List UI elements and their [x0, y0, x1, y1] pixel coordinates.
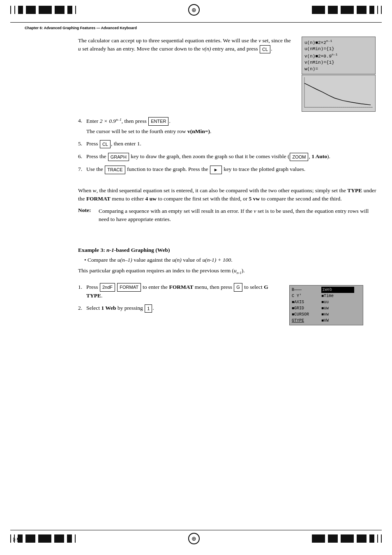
format-left-5: ■CURSOR: [292, 311, 321, 318]
numbered-steps: 4. Enter 2 × 0.9n–1, then press ENTER. T…: [78, 117, 380, 178]
bar-gap: [375, 6, 376, 14]
format-left-6: GTYPE: [292, 318, 321, 324]
format-screen-container: B——— 1Web C Y' ■Time ■AXIS ■uu ■GRID ■uw…: [289, 285, 363, 325]
bar-gap: [367, 534, 369, 543]
bar-block: [312, 534, 325, 543]
bar-gap: [36, 534, 37, 543]
bar-block: [357, 6, 367, 14]
bar-block: [14, 6, 15, 14]
bar-block: [357, 534, 367, 543]
example3-step-2-content: Select 1 Web by pressing 1.: [86, 304, 281, 313]
bar-block: [341, 534, 354, 543]
bar-gap: [339, 6, 340, 14]
format-key[interactable]: FORMAT: [117, 283, 141, 292]
screen-row-2: u(nMin)={1}: [304, 46, 373, 52]
screen-row-4: v(nMin)={1}: [304, 60, 373, 66]
compass-icon: ⊕: [188, 4, 200, 16]
bar-block: [39, 6, 52, 14]
example3-heading-text: Example 3: n-1-based Graphing (Web): [78, 247, 170, 253]
bar-gap: [73, 6, 74, 14]
center-compass: ⊕: [76, 4, 312, 16]
bar-block: [312, 6, 325, 14]
format-display: B——— 1Web C Y' ■Time ■AXIS ■uu ■GRID ■uw…: [289, 285, 363, 325]
bar-block: [381, 534, 382, 543]
key-1[interactable]: 1: [145, 304, 152, 313]
trace-key[interactable]: TRACE: [105, 166, 125, 174]
bar-block: [341, 6, 354, 14]
step-5: 5. Press CL, then enter 1.: [78, 140, 380, 148]
right-arrow-key[interactable]: ►: [210, 166, 222, 174]
bar-gap: [367, 6, 369, 14]
bar-gap: [379, 6, 380, 14]
note-section: Note: Comparing a sequence with an empty…: [78, 207, 380, 224]
g-key[interactable]: G: [234, 283, 242, 292]
bar-gap: [37, 6, 38, 14]
bar-gap: [23, 534, 25, 543]
main-content: u(n)■2×2n-1 u(nMin)={1} v(n)■2×0.9n-1 v(…: [0, 37, 392, 338]
2ndf-key[interactable]: 2ndF: [100, 283, 115, 292]
step-7-text: Use the TRACE function to trace the grap…: [86, 165, 380, 174]
step-number-4: 4.: [78, 117, 86, 136]
zoom-key[interactable]: ZOOM: [290, 153, 308, 161]
example3-step-1-text: Press 2ndF FORMAT to enter the FORMAT me…: [86, 283, 281, 300]
step-number-7: 7.: [78, 165, 86, 174]
example3-step-1-content: Press 2ndF FORMAT to enter the FORMAT me…: [86, 283, 281, 300]
format-right-3: ■uu: [321, 299, 354, 305]
enter-key[interactable]: ENTER: [148, 117, 168, 126]
step-4-content: Enter 2 × 0.9n–1, then press ENTER. The …: [86, 117, 380, 136]
format-right-2: ■Time: [321, 293, 354, 299]
bar-gap: [16, 534, 17, 543]
bar-gap: [355, 534, 356, 543]
example3-step-number-1: 1.: [78, 283, 86, 300]
bar-block: [369, 534, 374, 543]
bar-gap: [339, 534, 340, 543]
example3-heading: Example 3: n-1-based Graphing (Web): [78, 247, 380, 253]
screen-row-1: u(n)■2×2n-1: [304, 39, 373, 46]
calc-screen-1: u(n)■2×2n-1 u(nMin)={1} v(n)■2×0.9n-1 v(…: [302, 37, 376, 112]
format-row-1: B——— 1Web: [292, 287, 361, 293]
screen-row-5: w(n)=: [304, 66, 373, 72]
screen-row-3: v(n)■2×0.9n-1: [304, 52, 373, 60]
example3-step-2: 2. Select 1 Web by pressing 1.: [78, 304, 281, 313]
note-text: Comparing a sequence with an empty set w…: [99, 207, 380, 224]
bar-block: [369, 6, 374, 14]
bar-block: [18, 6, 23, 14]
bottom-right-pattern: [312, 534, 382, 543]
step-6: 6. Press the GRAPH key to draw the graph…: [78, 152, 380, 161]
bar-block: [26, 6, 36, 14]
bar-block: [14, 534, 15, 543]
cl-key-5[interactable]: CL: [100, 140, 111, 149]
bar-block: [18, 534, 23, 543]
example3-step-2-text: Select 1 Web by pressing 1.: [86, 304, 281, 313]
step-4-text: Enter 2 × 0.9n–1, then press ENTER.: [86, 117, 380, 126]
format-left-1: B———: [292, 287, 321, 293]
bar-gap: [326, 6, 327, 14]
step-6-text: Press the GRAPH key to draw the graph, t…: [86, 152, 380, 161]
graph-key[interactable]: GRAPH: [108, 153, 129, 161]
bar-gap: [53, 6, 54, 14]
example3-section: Example 3: n-1-based Graphing (Web) • Co…: [12, 237, 380, 279]
format-left-2: C Y': [292, 293, 321, 299]
bar-block: [38, 534, 51, 543]
bottom-center-compass: ⊕: [76, 533, 312, 544]
bar-block: [55, 6, 65, 14]
example3-bullet: • Compare the u(n–1) value against the u…: [84, 257, 380, 263]
step-number-5: 5.: [78, 140, 86, 148]
bar-gap: [52, 534, 53, 543]
step-6-content: Press the GRAPH key to draw the graph, t…: [86, 152, 380, 161]
note-label: Note:: [78, 207, 99, 224]
bar-block: [10, 534, 11, 543]
format-right-6: ■VW: [321, 318, 354, 324]
step-5-text: Press CL, then enter 1.: [86, 140, 380, 148]
step-number-6: 6.: [78, 152, 86, 161]
bar-gap: [355, 6, 356, 14]
bar-gap: [16, 6, 17, 14]
bar-gap: [24, 6, 25, 14]
chapter-heading: Chapter 6: Advanced Graphing Features — …: [12, 26, 380, 30]
cl-key-intro: CL: [260, 45, 270, 54]
bar-gap: [12, 6, 14, 14]
step-4-sub: The cursor will be set to the fourth ent…: [86, 127, 380, 136]
when-text: When w, the third sequential equation se…: [78, 187, 380, 203]
format-row-5: ■CURSOR ■vw: [292, 311, 361, 318]
bar-block: [10, 6, 11, 14]
